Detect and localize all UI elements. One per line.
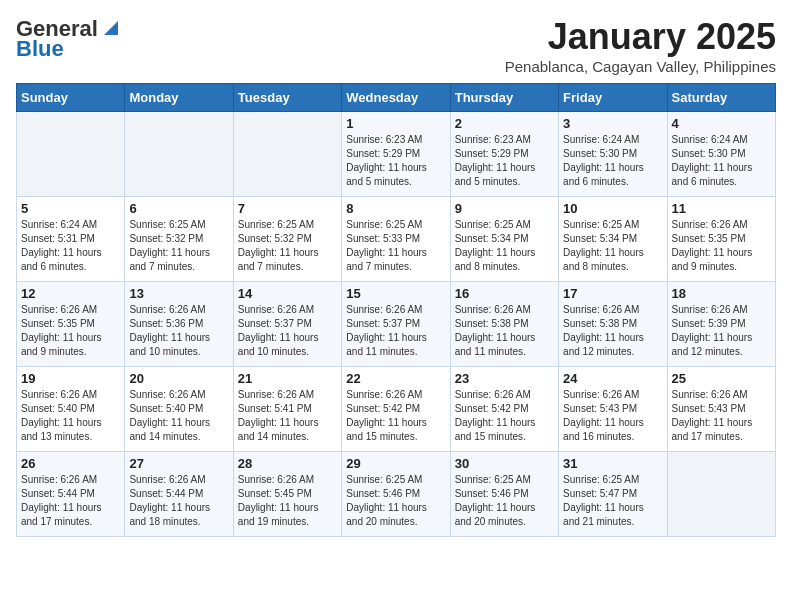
cell-details: Sunrise: 6:25 AM Sunset: 5:47 PM Dayligh… <box>563 473 662 529</box>
calendar-cell: 21Sunrise: 6:26 AM Sunset: 5:41 PM Dayli… <box>233 367 341 452</box>
calendar-cell <box>125 112 233 197</box>
cell-details: Sunrise: 6:25 AM Sunset: 5:32 PM Dayligh… <box>238 218 337 274</box>
calendar-cell: 26Sunrise: 6:26 AM Sunset: 5:44 PM Dayli… <box>17 452 125 537</box>
calendar-cell: 25Sunrise: 6:26 AM Sunset: 5:43 PM Dayli… <box>667 367 775 452</box>
calendar-cell: 24Sunrise: 6:26 AM Sunset: 5:43 PM Dayli… <box>559 367 667 452</box>
calendar-cell: 16Sunrise: 6:26 AM Sunset: 5:38 PM Dayli… <box>450 282 558 367</box>
calendar-cell: 7Sunrise: 6:25 AM Sunset: 5:32 PM Daylig… <box>233 197 341 282</box>
day-number: 22 <box>346 371 445 386</box>
calendar-cell: 8Sunrise: 6:25 AM Sunset: 5:33 PM Daylig… <box>342 197 450 282</box>
day-number: 26 <box>21 456 120 471</box>
day-number: 13 <box>129 286 228 301</box>
day-number: 17 <box>563 286 662 301</box>
calendar-cell: 31Sunrise: 6:25 AM Sunset: 5:47 PM Dayli… <box>559 452 667 537</box>
header-tuesday: Tuesday <box>233 84 341 112</box>
cell-details: Sunrise: 6:26 AM Sunset: 5:40 PM Dayligh… <box>129 388 228 444</box>
calendar-cell: 29Sunrise: 6:25 AM Sunset: 5:46 PM Dayli… <box>342 452 450 537</box>
calendar-table: SundayMondayTuesdayWednesdayThursdayFrid… <box>16 83 776 537</box>
cell-details: Sunrise: 6:26 AM Sunset: 5:39 PM Dayligh… <box>672 303 771 359</box>
header-monday: Monday <box>125 84 233 112</box>
calendar-week-row: 12Sunrise: 6:26 AM Sunset: 5:35 PM Dayli… <box>17 282 776 367</box>
cell-details: Sunrise: 6:26 AM Sunset: 5:38 PM Dayligh… <box>563 303 662 359</box>
calendar-cell: 5Sunrise: 6:24 AM Sunset: 5:31 PM Daylig… <box>17 197 125 282</box>
calendar-cell <box>17 112 125 197</box>
day-number: 11 <box>672 201 771 216</box>
cell-details: Sunrise: 6:26 AM Sunset: 5:38 PM Dayligh… <box>455 303 554 359</box>
cell-details: Sunrise: 6:25 AM Sunset: 5:34 PM Dayligh… <box>563 218 662 274</box>
cell-details: Sunrise: 6:26 AM Sunset: 5:41 PM Dayligh… <box>238 388 337 444</box>
cell-details: Sunrise: 6:26 AM Sunset: 5:37 PM Dayligh… <box>238 303 337 359</box>
day-number: 1 <box>346 116 445 131</box>
calendar-cell: 6Sunrise: 6:25 AM Sunset: 5:32 PM Daylig… <box>125 197 233 282</box>
day-number: 30 <box>455 456 554 471</box>
header-saturday: Saturday <box>667 84 775 112</box>
cell-details: Sunrise: 6:25 AM Sunset: 5:46 PM Dayligh… <box>346 473 445 529</box>
cell-details: Sunrise: 6:26 AM Sunset: 5:36 PM Dayligh… <box>129 303 228 359</box>
day-number: 12 <box>21 286 120 301</box>
calendar-cell: 12Sunrise: 6:26 AM Sunset: 5:35 PM Dayli… <box>17 282 125 367</box>
calendar-cell: 18Sunrise: 6:26 AM Sunset: 5:39 PM Dayli… <box>667 282 775 367</box>
cell-details: Sunrise: 6:25 AM Sunset: 5:34 PM Dayligh… <box>455 218 554 274</box>
logo: General Blue <box>16 16 122 62</box>
logo-triangle-icon <box>100 17 122 39</box>
calendar-cell <box>667 452 775 537</box>
calendar-cell: 15Sunrise: 6:26 AM Sunset: 5:37 PM Dayli… <box>342 282 450 367</box>
cell-details: Sunrise: 6:24 AM Sunset: 5:30 PM Dayligh… <box>563 133 662 189</box>
location-title: Penablanca, Cagayan Valley, Philippines <box>505 58 776 75</box>
cell-details: Sunrise: 6:26 AM Sunset: 5:44 PM Dayligh… <box>21 473 120 529</box>
day-number: 6 <box>129 201 228 216</box>
cell-details: Sunrise: 6:25 AM Sunset: 5:33 PM Dayligh… <box>346 218 445 274</box>
cell-details: Sunrise: 6:26 AM Sunset: 5:35 PM Dayligh… <box>21 303 120 359</box>
calendar-cell: 2Sunrise: 6:23 AM Sunset: 5:29 PM Daylig… <box>450 112 558 197</box>
cell-details: Sunrise: 6:23 AM Sunset: 5:29 PM Dayligh… <box>455 133 554 189</box>
day-number: 2 <box>455 116 554 131</box>
cell-details: Sunrise: 6:26 AM Sunset: 5:43 PM Dayligh… <box>563 388 662 444</box>
calendar-cell: 14Sunrise: 6:26 AM Sunset: 5:37 PM Dayli… <box>233 282 341 367</box>
calendar-cell: 28Sunrise: 6:26 AM Sunset: 5:45 PM Dayli… <box>233 452 341 537</box>
day-number: 5 <box>21 201 120 216</box>
calendar-cell: 9Sunrise: 6:25 AM Sunset: 5:34 PM Daylig… <box>450 197 558 282</box>
day-number: 15 <box>346 286 445 301</box>
day-number: 10 <box>563 201 662 216</box>
cell-details: Sunrise: 6:26 AM Sunset: 5:35 PM Dayligh… <box>672 218 771 274</box>
day-number: 31 <box>563 456 662 471</box>
day-number: 29 <box>346 456 445 471</box>
cell-details: Sunrise: 6:26 AM Sunset: 5:42 PM Dayligh… <box>455 388 554 444</box>
cell-details: Sunrise: 6:26 AM Sunset: 5:45 PM Dayligh… <box>238 473 337 529</box>
month-title: January 2025 <box>505 16 776 58</box>
day-number: 19 <box>21 371 120 386</box>
calendar-week-row: 5Sunrise: 6:24 AM Sunset: 5:31 PM Daylig… <box>17 197 776 282</box>
cell-details: Sunrise: 6:26 AM Sunset: 5:37 PM Dayligh… <box>346 303 445 359</box>
calendar-cell: 10Sunrise: 6:25 AM Sunset: 5:34 PM Dayli… <box>559 197 667 282</box>
cell-details: Sunrise: 6:25 AM Sunset: 5:32 PM Dayligh… <box>129 218 228 274</box>
title-block: January 2025 Penablanca, Cagayan Valley,… <box>505 16 776 75</box>
calendar-cell: 17Sunrise: 6:26 AM Sunset: 5:38 PM Dayli… <box>559 282 667 367</box>
calendar-cell: 19Sunrise: 6:26 AM Sunset: 5:40 PM Dayli… <box>17 367 125 452</box>
cell-details: Sunrise: 6:26 AM Sunset: 5:42 PM Dayligh… <box>346 388 445 444</box>
calendar-week-row: 26Sunrise: 6:26 AM Sunset: 5:44 PM Dayli… <box>17 452 776 537</box>
day-number: 8 <box>346 201 445 216</box>
day-number: 16 <box>455 286 554 301</box>
calendar-week-row: 1Sunrise: 6:23 AM Sunset: 5:29 PM Daylig… <box>17 112 776 197</box>
day-number: 27 <box>129 456 228 471</box>
day-number: 7 <box>238 201 337 216</box>
calendar-cell <box>233 112 341 197</box>
calendar-cell: 4Sunrise: 6:24 AM Sunset: 5:30 PM Daylig… <box>667 112 775 197</box>
header-friday: Friday <box>559 84 667 112</box>
cell-details: Sunrise: 6:24 AM Sunset: 5:30 PM Dayligh… <box>672 133 771 189</box>
cell-details: Sunrise: 6:26 AM Sunset: 5:43 PM Dayligh… <box>672 388 771 444</box>
day-number: 25 <box>672 371 771 386</box>
day-number: 23 <box>455 371 554 386</box>
header-sunday: Sunday <box>17 84 125 112</box>
svg-marker-0 <box>104 21 118 35</box>
cell-details: Sunrise: 6:25 AM Sunset: 5:46 PM Dayligh… <box>455 473 554 529</box>
cell-details: Sunrise: 6:26 AM Sunset: 5:44 PM Dayligh… <box>129 473 228 529</box>
day-number: 9 <box>455 201 554 216</box>
calendar-week-row: 19Sunrise: 6:26 AM Sunset: 5:40 PM Dayli… <box>17 367 776 452</box>
cell-details: Sunrise: 6:26 AM Sunset: 5:40 PM Dayligh… <box>21 388 120 444</box>
logo-blue-text: Blue <box>16 36 64 62</box>
calendar-cell: 11Sunrise: 6:26 AM Sunset: 5:35 PM Dayli… <box>667 197 775 282</box>
day-number: 18 <box>672 286 771 301</box>
calendar-cell: 22Sunrise: 6:26 AM Sunset: 5:42 PM Dayli… <box>342 367 450 452</box>
calendar-cell: 27Sunrise: 6:26 AM Sunset: 5:44 PM Dayli… <box>125 452 233 537</box>
